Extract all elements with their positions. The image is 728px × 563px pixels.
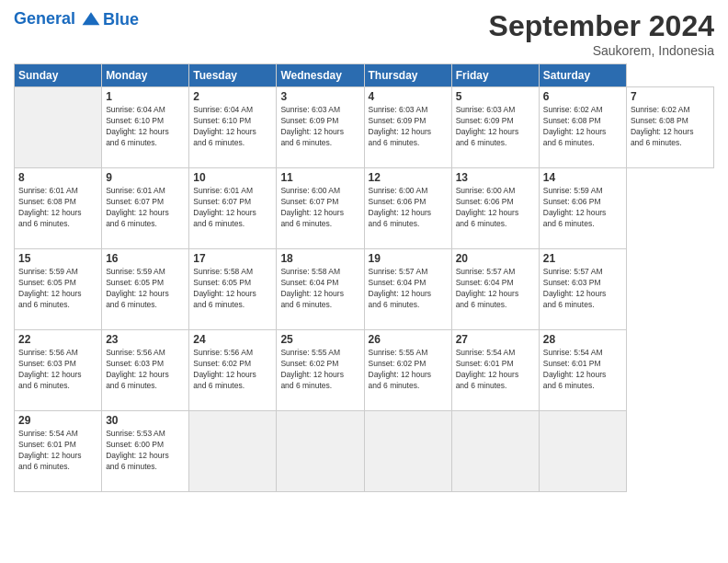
- cell-info: Sunrise: 6:03 AMSunset: 6:09 PMDaylight:…: [369, 105, 448, 149]
- calendar-cell: 5Sunrise: 6:03 AMSunset: 6:09 PMDaylight…: [451, 87, 539, 168]
- calendar-cell: [189, 411, 277, 492]
- day-number: 29: [18, 414, 97, 427]
- cell-info: Sunrise: 5:56 AMSunset: 6:03 PMDaylight:…: [106, 348, 185, 392]
- calendar-cell: [451, 411, 539, 492]
- weekday-header: Sunday: [15, 64, 102, 87]
- cell-info: Sunrise: 5:57 AMSunset: 6:03 PMDaylight:…: [543, 267, 622, 311]
- calendar-cell: 20Sunrise: 5:57 AMSunset: 6:04 PMDayligh…: [451, 249, 539, 330]
- day-number: 24: [193, 333, 272, 346]
- calendar-cell: 25Sunrise: 5:55 AMSunset: 6:02 PMDayligh…: [277, 330, 364, 411]
- weekday-header: Thursday: [364, 64, 451, 87]
- calendar-cell: 8Sunrise: 6:01 AMSunset: 6:08 PMDaylight…: [15, 168, 102, 249]
- day-number: 21: [543, 252, 622, 265]
- day-number: 13: [456, 171, 535, 184]
- cell-info: Sunrise: 6:01 AMSunset: 6:07 PMDaylight:…: [106, 186, 185, 230]
- calendar-cell: 3Sunrise: 6:03 AMSunset: 6:09 PMDaylight…: [277, 87, 364, 168]
- calendar-cell: 24Sunrise: 5:56 AMSunset: 6:02 PMDayligh…: [189, 330, 277, 411]
- calendar-cell: 11Sunrise: 6:00 AMSunset: 6:07 PMDayligh…: [277, 168, 364, 249]
- logo-general: General: [14, 9, 75, 28]
- calendar-cell: 14Sunrise: 5:59 AMSunset: 6:06 PMDayligh…: [539, 168, 626, 249]
- day-number: 20: [456, 252, 535, 265]
- calendar-cell: 6Sunrise: 6:02 AMSunset: 6:08 PMDaylight…: [539, 87, 626, 168]
- cell-info: Sunrise: 6:04 AMSunset: 6:10 PMDaylight:…: [106, 105, 185, 149]
- calendar-cell: [364, 411, 451, 492]
- calendar-cell: 21Sunrise: 5:57 AMSunset: 6:03 PMDayligh…: [539, 249, 626, 330]
- weekday-header: Friday: [451, 64, 539, 87]
- day-number: 12: [369, 171, 448, 184]
- calendar-cell: 27Sunrise: 5:54 AMSunset: 6:01 PMDayligh…: [451, 330, 539, 411]
- weekday-header: Tuesday: [189, 64, 277, 87]
- calendar-cell: 23Sunrise: 5:56 AMSunset: 6:03 PMDayligh…: [102, 330, 189, 411]
- cell-info: Sunrise: 5:56 AMSunset: 6:03 PMDaylight:…: [18, 348, 97, 392]
- calendar-cell: 13Sunrise: 6:00 AMSunset: 6:06 PMDayligh…: [451, 168, 539, 249]
- cell-info: Sunrise: 6:04 AMSunset: 6:10 PMDaylight:…: [193, 105, 272, 149]
- cell-info: Sunrise: 6:02 AMSunset: 6:08 PMDaylight:…: [631, 105, 710, 149]
- day-number: 23: [106, 333, 185, 346]
- cell-info: Sunrise: 6:03 AMSunset: 6:09 PMDaylight:…: [456, 105, 535, 149]
- calendar-cell: [539, 411, 626, 492]
- day-number: 11: [280, 171, 359, 184]
- title-block: September 2024 Saukorem, Indonesia: [489, 9, 714, 58]
- day-number: 7: [631, 90, 710, 103]
- cell-info: Sunrise: 5:56 AMSunset: 6:02 PMDaylight:…: [193, 348, 272, 392]
- day-number: 22: [18, 333, 97, 346]
- day-number: 9: [106, 171, 185, 184]
- day-number: 17: [193, 252, 272, 265]
- cell-info: Sunrise: 5:57 AMSunset: 6:04 PMDaylight:…: [369, 267, 448, 311]
- calendar-cell: 26Sunrise: 5:55 AMSunset: 6:02 PMDayligh…: [364, 330, 451, 411]
- day-number: 18: [280, 252, 359, 265]
- cell-info: Sunrise: 5:54 AMSunset: 6:01 PMDaylight:…: [18, 429, 97, 473]
- calendar-cell: 1Sunrise: 6:04 AMSunset: 6:10 PMDaylight…: [102, 87, 189, 168]
- day-number: 19: [369, 252, 448, 265]
- cell-info: Sunrise: 6:01 AMSunset: 6:08 PMDaylight:…: [18, 186, 97, 230]
- svg-marker-0: [83, 12, 100, 25]
- calendar-cell: 15Sunrise: 5:59 AMSunset: 6:05 PMDayligh…: [15, 249, 102, 330]
- empty-cell: [15, 87, 102, 168]
- cell-info: Sunrise: 5:57 AMSunset: 6:04 PMDaylight:…: [456, 267, 535, 311]
- calendar-cell: 12Sunrise: 6:00 AMSunset: 6:06 PMDayligh…: [364, 168, 451, 249]
- day-number: 5: [456, 90, 535, 103]
- cell-info: Sunrise: 6:02 AMSunset: 6:08 PMDaylight:…: [543, 105, 622, 149]
- day-number: 16: [106, 252, 185, 265]
- day-number: 3: [280, 90, 359, 103]
- cell-info: Sunrise: 5:58 AMSunset: 6:05 PMDaylight:…: [193, 267, 272, 311]
- calendar-cell: 30Sunrise: 5:53 AMSunset: 6:00 PMDayligh…: [102, 411, 189, 492]
- weekday-header: Saturday: [539, 64, 626, 87]
- cell-info: Sunrise: 6:00 AMSunset: 6:06 PMDaylight:…: [369, 186, 448, 230]
- logo: General Blue: [14, 9, 139, 29]
- day-number: 15: [18, 252, 97, 265]
- calendar-cell: 4Sunrise: 6:03 AMSunset: 6:09 PMDaylight…: [364, 87, 451, 168]
- cell-info: Sunrise: 6:00 AMSunset: 6:07 PMDaylight:…: [280, 186, 359, 230]
- cell-info: Sunrise: 5:59 AMSunset: 6:05 PMDaylight:…: [18, 267, 97, 311]
- day-number: 28: [543, 333, 622, 346]
- cell-info: Sunrise: 5:54 AMSunset: 6:01 PMDaylight:…: [543, 348, 622, 392]
- calendar-cell: 29Sunrise: 5:54 AMSunset: 6:01 PMDayligh…: [15, 411, 102, 492]
- cell-info: Sunrise: 6:01 AMSunset: 6:07 PMDaylight:…: [193, 186, 272, 230]
- day-number: 1: [106, 90, 185, 103]
- day-number: 2: [193, 90, 272, 103]
- day-number: 30: [106, 414, 185, 427]
- day-number: 6: [543, 90, 622, 103]
- calendar-cell: 28Sunrise: 5:54 AMSunset: 6:01 PMDayligh…: [539, 330, 626, 411]
- day-number: 27: [456, 333, 535, 346]
- day-number: 10: [193, 171, 272, 184]
- logo-blue: Blue: [103, 10, 139, 29]
- day-number: 4: [369, 90, 448, 103]
- month-title: September 2024: [489, 9, 714, 43]
- location-subtitle: Saukorem, Indonesia: [489, 43, 714, 58]
- calendar-table: SundayMondayTuesdayWednesdayThursdayFrid…: [14, 63, 714, 492]
- calendar-cell: 9Sunrise: 6:01 AMSunset: 6:07 PMDaylight…: [102, 168, 189, 249]
- day-number: 14: [543, 171, 622, 184]
- calendar-cell: 18Sunrise: 5:58 AMSunset: 6:04 PMDayligh…: [277, 249, 364, 330]
- calendar-cell: 7Sunrise: 6:02 AMSunset: 6:08 PMDaylight…: [626, 87, 713, 168]
- cell-info: Sunrise: 5:54 AMSunset: 6:01 PMDaylight:…: [456, 348, 535, 392]
- cell-info: Sunrise: 5:53 AMSunset: 6:00 PMDaylight:…: [106, 429, 185, 473]
- weekday-header: Monday: [102, 64, 189, 87]
- cell-info: Sunrise: 5:55 AMSunset: 6:02 PMDaylight:…: [280, 348, 359, 392]
- calendar-cell: [277, 411, 364, 492]
- day-number: 8: [18, 171, 97, 184]
- calendar-cell: 22Sunrise: 5:56 AMSunset: 6:03 PMDayligh…: [15, 330, 102, 411]
- cell-info: Sunrise: 5:59 AMSunset: 6:06 PMDaylight:…: [543, 186, 622, 230]
- calendar-cell: 19Sunrise: 5:57 AMSunset: 6:04 PMDayligh…: [364, 249, 451, 330]
- calendar-cell: 2Sunrise: 6:04 AMSunset: 6:10 PMDaylight…: [189, 87, 277, 168]
